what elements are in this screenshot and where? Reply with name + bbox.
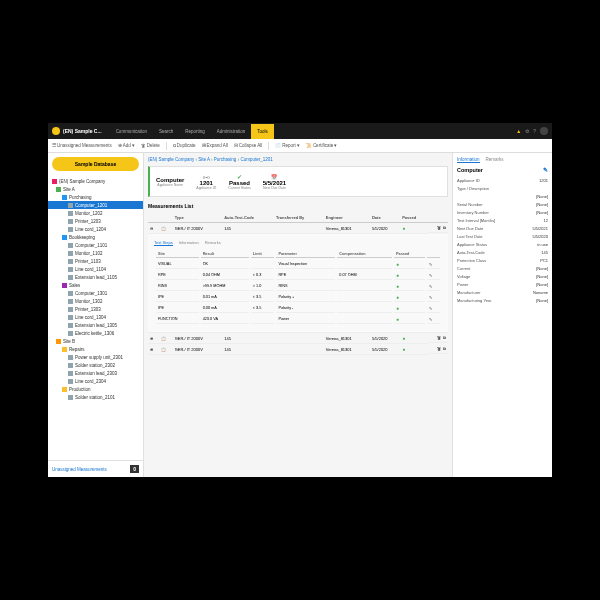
device-icon <box>68 227 73 232</box>
info-row: Next Due Date5/5/2021 <box>457 224 548 232</box>
check-icon: ✔ <box>228 173 251 180</box>
tree-item[interactable]: Printer_1303 <box>48 305 143 313</box>
tree-item[interactable]: Sales <box>48 281 143 289</box>
measurements-table: TypeAuto-Test-CodeTransferred ByEngineer… <box>148 213 448 355</box>
nav-reporting[interactable]: Reporting <box>179 124 211 139</box>
content: (EN) Sample Company › Site A › Purchasin… <box>144 153 552 477</box>
tree-item[interactable]: Extension lead_2303 <box>48 369 143 377</box>
pass-icon: ● <box>402 225 405 231</box>
tree-item[interactable]: Repairs <box>48 345 143 353</box>
breadcrumb-link[interactable]: Computer_1201 <box>240 157 272 162</box>
edit-icon[interactable]: ✎ <box>429 307 432 311</box>
avatar[interactable] <box>540 127 548 135</box>
breadcrumb-link[interactable]: Site A <box>198 157 210 162</box>
edit-icon[interactable]: ✎ <box>429 318 432 322</box>
delete-icon[interactable]: 🗑 <box>437 346 441 351</box>
dept3-icon <box>62 283 67 288</box>
tree-item[interactable]: Printer_1203 <box>48 217 143 225</box>
info-row: Appliance Statusin use <box>457 240 548 248</box>
tree-item[interactable]: Site B <box>48 337 143 345</box>
nav-communication[interactable]: Communication <box>110 124 153 139</box>
tree-item[interactable]: Production <box>48 385 143 393</box>
add-button[interactable]: ⊕ Add ▾ <box>118 143 135 148</box>
delete-icon[interactable]: 🗑 <box>437 225 441 230</box>
edit-icon[interactable]: ✎ <box>429 263 432 267</box>
help-icon[interactable]: ? <box>533 128 536 134</box>
tree-item[interactable]: Extension lead_1305 <box>48 321 143 329</box>
tree-item[interactable]: Purchasing <box>48 193 143 201</box>
tree-item[interactable]: Computer_1201 <box>48 201 143 209</box>
collapse-button[interactable]: ⊟ Collapse All <box>234 143 263 148</box>
detail-tab[interactable]: Test Steps <box>154 240 173 246</box>
tree-item[interactable]: Line cord_1204 <box>48 225 143 233</box>
tree-item[interactable]: Solder station_2302 <box>48 361 143 369</box>
summary-date: 📅 5/5/2021 Next Due Date <box>263 174 286 190</box>
table-row[interactable]: ⊕📋GER./ IT 2000V145Verena_813015/5/2020●… <box>148 333 448 344</box>
pass-icon: ● <box>396 272 399 278</box>
tree-item[interactable]: (EN) Sample Company <box>48 177 143 185</box>
edit-icon[interactable]: ✎ <box>543 167 548 173</box>
tree-item[interactable]: Site A <box>48 185 143 193</box>
tree-item[interactable]: Monitor_1102 <box>48 249 143 257</box>
info-row: [None] <box>457 192 548 200</box>
tree-item[interactable]: Bookkeeping <box>48 233 143 241</box>
tree-item[interactable]: Line cord_1304 <box>48 313 143 321</box>
unassigned-button[interactable]: ☰ Unassigned Measurements <box>52 143 112 148</box>
footer-label: Unassigned Measurements <box>52 467 107 472</box>
table-row[interactable]: ⊕📋GER./ IT 2000V145Verena_813015/5/2020●… <box>148 344 448 355</box>
detail-tab[interactable]: Remarks <box>205 240 221 246</box>
info-row: Auto-Test-Code145 <box>457 248 548 256</box>
edit-icon[interactable]: ✎ <box>429 285 432 289</box>
settings-icon[interactable]: ⚙ <box>525 128 529 134</box>
copy-icon[interactable]: ⧉ <box>443 335 446 340</box>
tree-item[interactable]: Monitor_1302 <box>48 297 143 305</box>
tree-item[interactable]: Computer_1301 <box>48 289 143 297</box>
tree-item[interactable]: Printer_1103 <box>48 257 143 265</box>
folder-icon <box>62 347 67 352</box>
detail-row: VISUALOKVisual Inspection●✎ <box>156 260 440 269</box>
info-row: Voltage[None] <box>457 272 548 280</box>
tree-item[interactable]: Monitor_1202 <box>48 209 143 217</box>
copy-icon[interactable]: ⧉ <box>443 225 446 230</box>
table-row[interactable]: ⊖📋GER./ IT 2000V145Verena_813015/5/2020●… <box>148 223 448 234</box>
tree-item[interactable]: Power supply unit_2301 <box>48 353 143 361</box>
tree-item[interactable]: Computer_1101 <box>48 241 143 249</box>
copy-icon[interactable]: ⧉ <box>443 346 446 351</box>
tab-information[interactable]: Information <box>457 157 480 163</box>
tree-item[interactable]: Line cord_2304 <box>48 377 143 385</box>
certificate-button[interactable]: 📜 Certificate ▾ <box>306 143 337 148</box>
edit-icon[interactable]: ✎ <box>429 296 432 300</box>
info-row: Type / Description <box>457 184 548 192</box>
info-row: Manufacturing Year[None] <box>457 296 548 304</box>
breadcrumb-link[interactable]: (EN) Sample Company <box>148 157 194 162</box>
company-icon <box>52 179 57 184</box>
duplicate-button[interactable]: ⧉ Duplicate <box>173 143 196 148</box>
device-icon <box>68 291 73 296</box>
info-row: Last Test Date5/5/2020 <box>457 232 548 240</box>
delete-icon[interactable]: 🗑 <box>437 335 441 340</box>
edit-icon[interactable]: ✎ <box>429 274 432 278</box>
delete-button[interactable]: 🗑 Delete <box>141 143 160 148</box>
expand-button[interactable]: ⊞ Expand All <box>202 143 228 148</box>
report-button[interactable]: 📄 Report ▾ <box>275 143 300 148</box>
database-button[interactable]: Sample Database <box>52 157 139 171</box>
nav-administration[interactable]: Administration <box>211 124 252 139</box>
main: Sample Database (EN) Sample CompanySite … <box>48 153 552 477</box>
tree-item[interactable]: Line cord_1104 <box>48 265 143 273</box>
nav-tools[interactable]: Tools <box>251 124 274 139</box>
tree: (EN) Sample CompanySite APurchasingCompu… <box>48 175 143 460</box>
sidebar-footer[interactable]: Unassigned Measurements 0 <box>48 460 143 477</box>
device-icon <box>68 307 73 312</box>
detail-tab[interactable]: Information <box>179 240 199 246</box>
info-row: Appliance ID1201 <box>457 176 548 184</box>
alert-icon[interactable]: ▲ <box>516 128 521 134</box>
breadcrumb-link[interactable]: Purchasing <box>214 157 237 162</box>
tab-remarks[interactable]: Remarks <box>486 157 504 163</box>
device-icon <box>68 275 73 280</box>
tree-item[interactable]: Solder station_2101 <box>48 393 143 401</box>
device-icon <box>68 211 73 216</box>
tree-item[interactable]: Electric kettle_1306 <box>48 329 143 337</box>
nav-search[interactable]: Search <box>153 124 179 139</box>
tree-item[interactable]: Extension lead_1105 <box>48 273 143 281</box>
info-row: Inventory Number[None] <box>457 208 548 216</box>
